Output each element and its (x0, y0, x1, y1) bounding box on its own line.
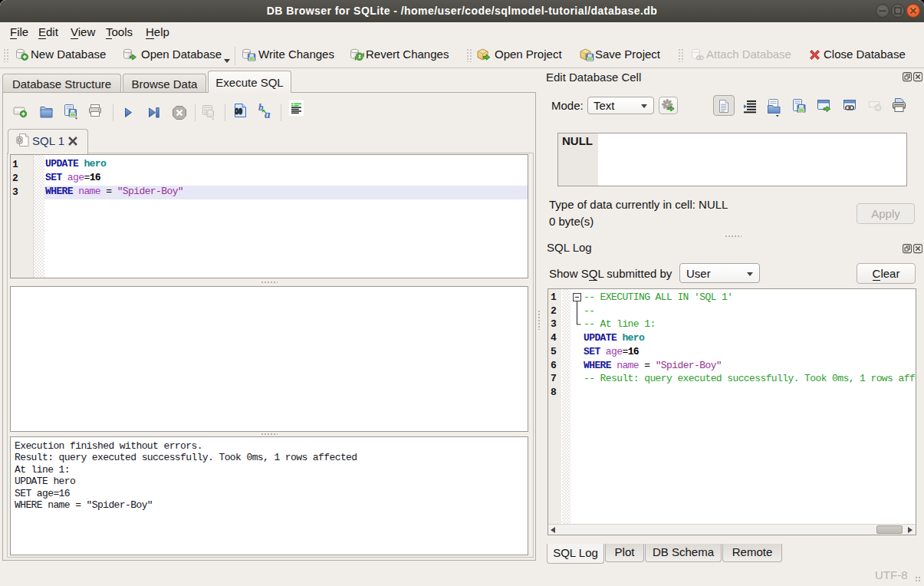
svg-text:a: a (265, 108, 271, 120)
